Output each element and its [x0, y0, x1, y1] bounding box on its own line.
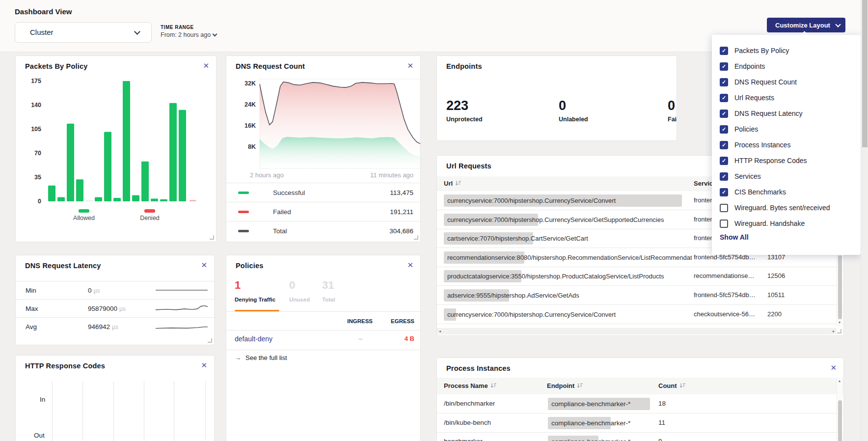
- checkbox-unchecked-icon[interactable]: [720, 204, 728, 212]
- checkbox-checked-icon[interactable]: ✓: [720, 47, 728, 55]
- service-text: checkoutservice-56…: [694, 310, 765, 318]
- scroll-left-icon[interactable]: ◂: [439, 330, 441, 333]
- menu-item-dns-request-count[interactable]: ✓DNS Request Count: [712, 74, 861, 90]
- scrollbar-thumb[interactable]: [838, 255, 842, 319]
- widget-toggle-menu: ✓Packets By Policy✓Endpoints✓DNS Request…: [712, 43, 861, 231]
- scrollbar-thumb[interactable]: [838, 400, 842, 441]
- latency-unit: µs: [112, 324, 118, 331]
- policies-tab-label: Denying Traffic: [235, 297, 275, 303]
- checkbox-checked-icon[interactable]: ✓: [720, 141, 728, 149]
- scroll-up-icon[interactable]: ▴: [839, 379, 841, 383]
- checkbox-checked-icon[interactable]: ✓: [720, 157, 728, 165]
- checkbox-checked-icon[interactable]: ✓: [720, 125, 728, 134]
- service-text: recommendationse…: [694, 272, 765, 279]
- show-all-link[interactable]: Show All: [720, 233, 749, 241]
- menu-item-packets-by-policy[interactable]: ✓Packets By Policy: [712, 43, 861, 58]
- see-full-list-link[interactable]: →See the full list: [235, 354, 287, 361]
- close-icon[interactable]: ✕: [407, 261, 413, 269]
- card-title: DNS Request Count: [236, 62, 305, 70]
- url-text: currencyservice:7000/hipstershop.Currenc…: [447, 216, 664, 223]
- latency-unit: µs: [119, 305, 126, 312]
- latency-value: 946942µs: [88, 323, 118, 331]
- url-text: currencyservice:7000/hipstershop.Currenc…: [447, 197, 616, 204]
- url-text: productcatalogservice:3550/hipstershop.P…: [447, 273, 664, 280]
- latency-row-avg: Avg946942µs: [16, 317, 214, 336]
- close-icon[interactable]: ✕: [201, 261, 207, 269]
- close-icon[interactable]: ✕: [830, 364, 837, 371]
- close-icon[interactable]: ✕: [203, 62, 209, 69]
- menu-item-label: Wireguard. Handshake: [734, 220, 805, 227]
- process-table-row[interactable]: /bin/benchmarkercompliance-benchmarker-*…: [437, 394, 843, 413]
- page-scrollbar[interactable]: [861, 0, 868, 441]
- policy-ingress-value: –: [359, 335, 362, 342]
- url-cell: productcatalogservice:3550/hipstershop.P…: [444, 270, 692, 282]
- page-scrollbar-thumb[interactable]: [862, 0, 868, 147]
- svg-text:140: 140: [31, 102, 41, 109]
- horizontal-scrollbar[interactable]: ◂ ▸: [437, 328, 837, 334]
- packets-bar-chart: 03570105140175AllowedDenied: [25, 74, 211, 228]
- url-table-row[interactable]: currencyservice:7000/hipstershop.Currenc…: [437, 305, 843, 324]
- checkbox-checked-icon[interactable]: ✓: [720, 188, 728, 196]
- view-select[interactable]: Cluster: [15, 22, 152, 43]
- checkbox-checked-icon[interactable]: ✓: [720, 62, 728, 71]
- menu-item-cis-benchmarks[interactable]: ✓CIS Benchmarks: [712, 184, 861, 200]
- policy-link[interactable]: default-deny: [235, 335, 272, 343]
- process-table-row[interactable]: /bin/kube-benchcompliance-benchmarker-*1…: [437, 413, 843, 433]
- menu-item-http-response-codes[interactable]: ✓HTTP Response Codes: [712, 153, 861, 168]
- menu-item-wireguard-bytes-sent-received[interactable]: Wireguard. Bytes sent/received: [712, 200, 861, 216]
- menu-item-endpoints[interactable]: ✓Endpoints: [712, 58, 861, 74]
- customize-layout-button[interactable]: Customize Layout: [767, 18, 845, 32]
- policies-tab-label: Total: [322, 297, 335, 303]
- endpoint-cell: compliance-benchmarker-*: [548, 436, 653, 441]
- legend-label: Failed: [273, 208, 291, 216]
- resize-handle-icon[interactable]: [210, 235, 214, 240]
- legend-value: 304,686: [389, 227, 413, 235]
- vertical-scrollbar[interactable]: ▴: [837, 378, 842, 441]
- menu-item-url-requests[interactable]: ✓Url Requests: [712, 90, 861, 106]
- scroll-right-icon[interactable]: ▸: [833, 330, 835, 333]
- policy-egress-value: 4 B: [405, 335, 414, 342]
- policies-tab-total[interactable]: 31: [322, 280, 334, 291]
- column-header-process-name[interactable]: Process Name: [444, 382, 497, 390]
- url-cell: currencyservice:7000/hipstershop.Currenc…: [444, 194, 692, 207]
- menu-item-process-instances[interactable]: ✓Process Instances: [712, 137, 861, 153]
- row-label-out: Out: [34, 432, 45, 439]
- count-text: 11: [658, 419, 665, 426]
- menu-item-dns-request-latency[interactable]: ✓DNS Request Latency: [712, 106, 861, 121]
- sort-icon: [455, 180, 461, 188]
- policies-tab-unused[interactable]: 0: [289, 280, 295, 291]
- svg-text:0: 0: [38, 198, 41, 205]
- time-range-value[interactable]: From: 2 hours ago: [161, 31, 217, 38]
- url-table-row[interactable]: adservice:9555/hipstershop.AdService/Get…: [437, 286, 843, 305]
- card-title: Url Requests: [446, 162, 491, 170]
- menu-item-policies[interactable]: ✓Policies: [712, 121, 861, 137]
- checkbox-checked-icon[interactable]: ✓: [720, 172, 728, 181]
- legend-swatch: [238, 211, 249, 213]
- checkbox-checked-icon[interactable]: ✓: [720, 78, 728, 86]
- resize-handle-icon[interactable]: [837, 329, 841, 333]
- legend-swatch: [238, 192, 249, 194]
- resize-handle-icon[interactable]: [208, 338, 212, 343]
- legend-label: Successful: [273, 189, 305, 196]
- latency-sparkline: [156, 285, 208, 298]
- endpoint-text: compliance-benchmarker-*: [551, 419, 630, 427]
- resize-handle-icon[interactable]: [414, 235, 418, 240]
- checkbox-checked-icon[interactable]: ✓: [720, 94, 728, 102]
- svg-text:Allowed: Allowed: [73, 215, 95, 221]
- column-header-endpoint[interactable]: Endpoint: [547, 382, 583, 390]
- close-icon[interactable]: ✕: [201, 361, 207, 369]
- close-icon[interactable]: ✕: [407, 62, 413, 69]
- endpoint-text: compliance-benchmarker-*: [551, 438, 630, 441]
- menu-item-services[interactable]: ✓Services: [712, 168, 861, 184]
- policies-tab-denying-traffic[interactable]: 1: [235, 280, 241, 291]
- process-table-row[interactable]: benchmarkercompliance-benchmarker-*9: [437, 432, 843, 441]
- menu-item-wireguard-handshake[interactable]: Wireguard. Handshake: [712, 216, 861, 231]
- column-header-count[interactable]: Count: [658, 382, 686, 390]
- checkbox-checked-icon[interactable]: ✓: [720, 110, 728, 118]
- url-table-row[interactable]: productcatalogservice:3550/hipstershop.P…: [437, 267, 843, 286]
- scroll-down-icon[interactable]: ▾: [839, 321, 841, 325]
- column-header-url[interactable]: Url: [444, 180, 461, 188]
- card-title: Policies: [236, 262, 263, 270]
- checkbox-unchecked-icon[interactable]: [720, 220, 728, 228]
- menu-item-label: DNS Request Latency: [734, 110, 803, 117]
